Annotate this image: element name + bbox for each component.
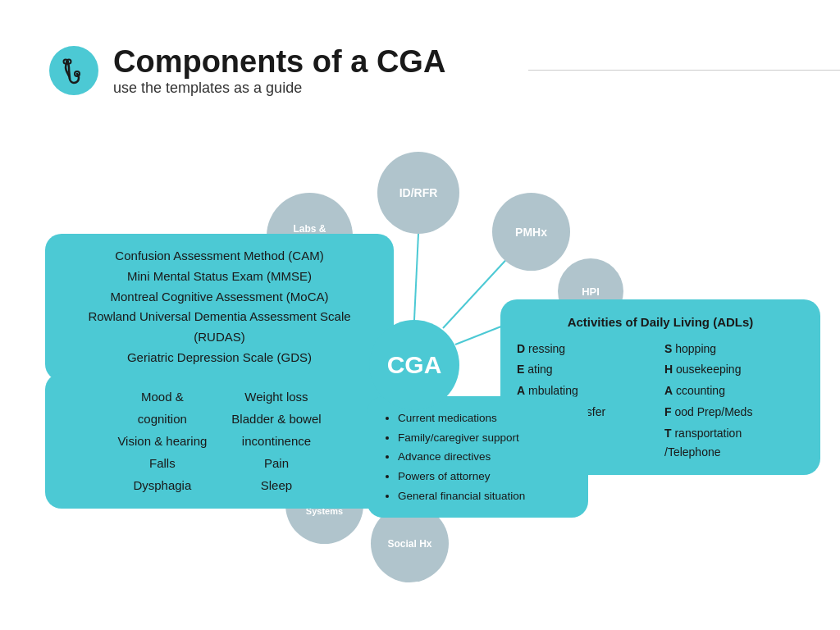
- geriatric-item-sleep: Sleep: [231, 474, 321, 496]
- legal-item-medications: Current medications: [398, 409, 572, 428]
- geriatric-col1: Mood &cognition Vision & hearing Falls D…: [117, 386, 207, 496]
- legal-list: Current medications Family/caregiver sup…: [383, 409, 572, 505]
- geriatric-item-weight: Weight loss: [231, 386, 321, 408]
- header: Components of a CGA use the templates as…: [49, 45, 445, 97]
- cognitive-item-3: Montreal Cognitive Assessment (MoCA): [62, 287, 377, 308]
- legal-item-financial: General financial situation: [398, 486, 572, 506]
- legal-item-poa: Powers of attorney: [398, 467, 572, 486]
- geriatric-item-bladder: Bladder & bowelincontinence: [231, 408, 321, 452]
- geriatric-item-vision: Vision & hearing: [117, 430, 207, 452]
- legal-item-advance: Advance directives: [398, 447, 572, 467]
- legal-box: Current medications Family/caregiver sup…: [367, 396, 588, 518]
- adl-accounting: A ccounting: [664, 381, 804, 401]
- adl-dressing: D ressing: [517, 340, 656, 359]
- svg-line-3: [414, 234, 418, 320]
- adl-title: Activities of Daily Living (ADLs): [517, 312, 804, 333]
- header-text: Components of a CGA use the templates as…: [113, 45, 445, 97]
- geriatric-item-falls: Falls: [117, 452, 207, 474]
- cognitive-item-1: Confusion Assessment Method (CAM): [62, 246, 377, 267]
- adl-shopping: S hopping: [664, 340, 804, 359]
- bubble-id-rfr: ID/RFR: [377, 152, 459, 234]
- cognitive-item-4: Rowland Universal Dementia Assessment Sc…: [62, 307, 377, 348]
- bubble-pmhx: PMHx: [492, 193, 570, 271]
- page-subtitle: use the templates as a guide: [113, 80, 445, 97]
- stethoscope-icon: [49, 46, 98, 95]
- cognitive-assessment-box: Confusion Assessment Method (CAM) Mini M…: [45, 234, 394, 381]
- adl-transportation: T ransportation/Telephone: [664, 424, 804, 463]
- geriatric-item-mood: Mood &cognition: [117, 386, 207, 430]
- legal-item-family: Family/caregiver support: [398, 428, 572, 448]
- page-title: Components of a CGA: [113, 45, 445, 80]
- adl-eating: E ating: [517, 360, 656, 380]
- cognitive-item-5: Geriatric Depression Scale (GDS): [62, 348, 377, 368]
- adl-food-prep: F ood Prep/Meds: [664, 403, 804, 422]
- adl-housekeeping: H ousekeeping: [664, 360, 804, 380]
- cognitive-item-2: Mini Mental Status Exam (MMSE): [62, 267, 377, 287]
- geriatric-col2: Weight loss Bladder & bowelincontinence …: [231, 386, 321, 496]
- geriatric-syndromes-box: Mood &cognition Vision & hearing Falls D…: [45, 373, 394, 509]
- geriatric-item-pain: Pain: [231, 452, 321, 474]
- cga-center-node: CGA: [369, 320, 459, 410]
- geriatric-item-dysphagia: Dysphagia: [117, 474, 207, 496]
- divider-line: [528, 70, 840, 71]
